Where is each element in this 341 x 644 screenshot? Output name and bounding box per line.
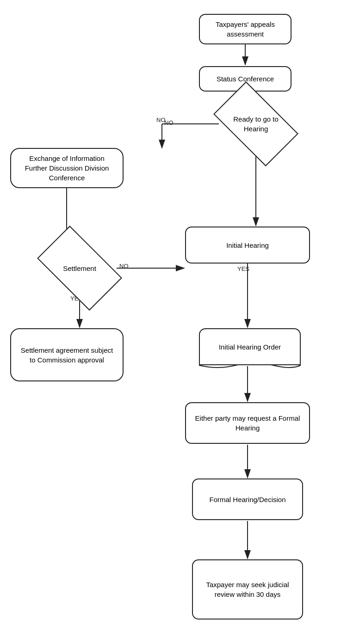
initial-order-label: Initial Hearing Order xyxy=(219,342,281,352)
formal-hearing-label: Formal Hearing/Decision xyxy=(209,495,285,504)
exchange-label: Exchange of Information Further Discussi… xyxy=(18,153,116,183)
no-label-1: NO xyxy=(164,119,174,126)
ready-diamond-wrap: Ready to go to Hearing xyxy=(219,101,293,147)
appeals-label: Taxpayers' appeals assessment xyxy=(206,19,284,39)
flowchart: NO NO NO YES YES Taxpayers' appeals asse… xyxy=(0,0,341,644)
formal-request-box: Either party may request a Formal Hearin… xyxy=(185,402,310,444)
settlement-diamond-wrap: Settlement xyxy=(43,244,117,292)
no-label-2-text: NO xyxy=(119,263,129,270)
settlement-agree-box: Settlement agreement subject to Commissi… xyxy=(10,328,124,381)
exchange-box: Exchange of Information Further Discussi… xyxy=(10,148,124,188)
yes-label-2-text: YES xyxy=(237,265,249,272)
settlement-agree-label: Settlement agreement subject to Commissi… xyxy=(18,345,116,365)
judicial-label: Taxpayer may seek judicial review within… xyxy=(199,580,296,599)
initial-hearing-box: Initial Hearing xyxy=(185,227,310,264)
formal-hearing-box: Formal Hearing/Decision xyxy=(192,478,303,520)
no-label-1-text: NO xyxy=(156,117,166,123)
arrows-svg xyxy=(0,0,341,644)
appeals-box: Taxpayers' appeals assessment xyxy=(199,14,291,44)
initial-order-box: Initial Hearing Order xyxy=(199,328,301,365)
judicial-box: Taxpayer may seek judicial review within… xyxy=(192,559,303,619)
formal-request-label: Either party may request a Formal Hearin… xyxy=(192,413,303,433)
settlement-diamond xyxy=(37,226,122,311)
ready-diamond xyxy=(213,81,298,166)
initial-hearing-label: Initial Hearing xyxy=(226,240,269,250)
